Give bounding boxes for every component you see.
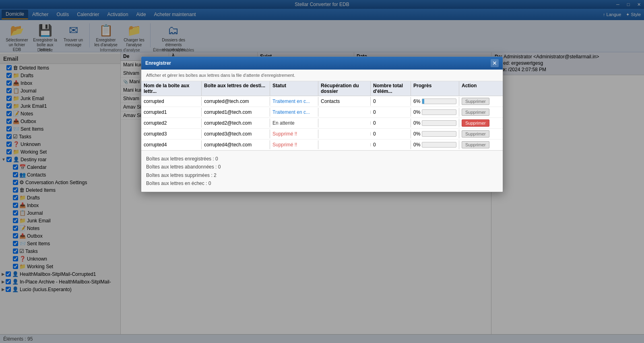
modal-cell-status-5: Supprimé !! [270,140,318,149]
modal-register: Enregistrer ✕ Afficher et gérer les boît… [141,56,503,192]
modal-footer: Boîtes aux lettres enregistrées : 0 Boît… [141,150,503,192]
modal-close-button[interactable]: ✕ [491,59,499,67]
modal-cell-action-5: Supprimer [459,140,503,150]
modal-cell-status-4: Supprimé !! [270,129,318,138]
btn-supprimer-2[interactable]: Supprimer [462,109,489,116]
modal-row-corrupted2: corrupted2 corrupted2@tech.com En attent… [141,118,503,129]
progress-bar-1 [422,99,456,104]
modal-row-corrupted3: corrupted3 corrupted3@tech.com Supprimé … [141,129,503,140]
modal-cell-total-4: 0 [371,129,411,138]
modal-cell-action-4: Supprimer [459,129,503,139]
modal-cell-prog-4: 0% [411,129,459,138]
modal-cell-dest-1: corrupted@tech.com [202,97,270,106]
status-traitement-1: Traitement en c... [272,99,310,104]
modal-row-corrupted: corrupted corrupted@tech.com Traitement … [141,96,503,107]
modal-col-header-recup: Récupération du dossier [318,81,371,96]
modal-subtitle: Afficher et gérer les boîtes aux lettres… [141,70,503,81]
modal-cell-total-3: 0 [371,119,411,127]
modal-cell-dest-5: corrupted4@tech.com [202,140,270,149]
modal-col-header-action: Action [459,81,503,96]
modal-cell-total-2: 0 [371,108,411,117]
modal-cell-total-1: 0 [371,97,411,106]
modal-cell-prog-1: 6% [411,97,459,106]
progress-pct-4: 0% [413,131,420,137]
modal-cell-prog-5: 0% [411,140,459,149]
progress-bar-2 [422,109,456,115]
modal-cell-status-1: Traitement en c... [270,97,318,106]
modal-cell-dest-2: corrupted1@tech.com [202,108,270,117]
modal-body: corrupted corrupted@tech.com Traitement … [141,96,503,150]
modal-cell-action-1: Supprimer [459,96,503,107]
modal-cell-status-2: Traitement en c... [270,108,318,117]
modal-cell-total-5: 0 [371,140,411,149]
modal-table-header: Nom de la boîte aux lettr... Boîte aux l… [141,81,503,96]
progress-pct-5: 0% [413,142,420,148]
modal-row-corrupted4: corrupted4 corrupted4@tech.com Supprimé … [141,140,503,150]
modal-col-header-total: Nombre total d'élém... [371,81,411,96]
progress-bar-4 [422,131,456,137]
modal-cell-name-4: corrupted3 [141,129,202,138]
modal-row-corrupted1: corrupted1 corrupted1@tech.com Traitemen… [141,107,503,118]
modal-titlebar: Enregistrer ✕ [141,57,503,70]
btn-supprimer-1[interactable]: Supprimer [462,98,489,105]
progress-pct-2: 0% [413,109,420,115]
modal-cell-recup-3 [318,121,371,125]
status-supprime-4: Supprimé !! [272,131,297,137]
modal-overlay: Enregistrer ✕ Afficher et gérer les boît… [0,0,644,343]
modal-col-header-name: Nom de la boîte aux lettr... [141,81,202,96]
btn-supprimer-5[interactable]: Supprimer [462,141,489,148]
modal-cell-action-3: Supprimer [459,118,503,128]
modal-cell-recup-4 [318,132,371,136]
progress-bar-3 [422,120,456,126]
status-attente-3: En attente [272,120,295,126]
footer-failed: Boîtes aux lettres en échec : 0 [146,179,498,187]
modal-cell-status-3: En attente [270,119,318,127]
modal-cell-recup-5 [318,143,371,146]
modal-cell-name-1: corrupted [141,97,202,106]
btn-supprimer-3[interactable]: Supprimer [462,119,489,127]
modal-title: Enregistrer [145,60,171,66]
modal-col-header-progress: Progrès [411,81,459,96]
status-traitement-2: Traitement en c... [272,109,310,115]
modal-cell-prog-3: 0% [411,119,459,127]
modal-cell-recup-2 [318,111,371,114]
progress-pct-3: 0% [413,120,420,126]
modal-cell-name-3: corrupted2 [141,119,202,127]
status-supprime-5: Supprimé !! [272,142,297,148]
progress-bar-5 [422,142,456,148]
progress-bar-fill-1 [422,99,424,104]
footer-abandoned: Boîtes aux lettres abandonnées : 0 [146,163,498,171]
modal-cell-name-5: corrupted4 [141,140,202,149]
modal-col-header-status: Statut [270,81,318,96]
progress-pct-1: 6% [413,99,420,104]
modal-cell-dest-3: corrupted2@tech.com [202,119,270,127]
footer-registered: Boîtes aux lettres enregistrées : 0 [146,155,498,163]
modal-cell-dest-4: corrupted3@tech.com [202,129,270,138]
footer-deleted: Boîtes aux lettres supprimées : 2 [146,171,498,179]
modal-cell-prog-2: 0% [411,108,459,117]
modal-cell-name-2: corrupted1 [141,108,202,117]
modal-cell-recup-1: Contacts [318,97,371,106]
modal-cell-action-2: Supprimer [459,107,503,117]
modal-col-header-dest: Boîte aux lettres de desti... [202,81,270,96]
btn-supprimer-4[interactable]: Supprimer [462,130,489,138]
